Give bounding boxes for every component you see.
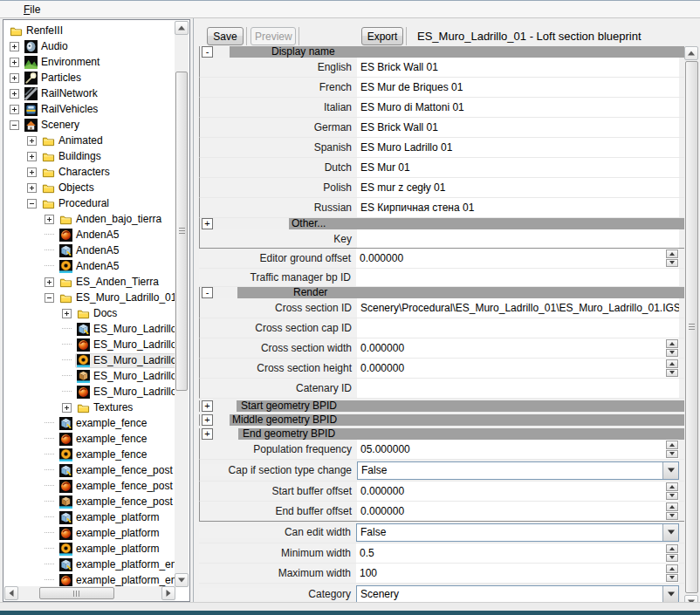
tree-vertical-scrollbar[interactable] xyxy=(175,21,189,587)
property-value-field[interactable] xyxy=(357,379,679,398)
property-value-field[interactable]: Scenery\Procedural\ES_Muro_Ladrillo_01\E… xyxy=(357,298,679,318)
scroll-up-button[interactable] xyxy=(175,21,189,35)
expand-icon[interactable] xyxy=(45,277,54,287)
expand-icon[interactable] xyxy=(27,136,37,146)
tree-item-example-platform-end[interactable]: example_platform_end xyxy=(4,572,175,587)
tree-item-particles[interactable]: Particles xyxy=(4,70,175,85)
scroll-left-button[interactable] xyxy=(4,586,18,600)
spinner-up-button[interactable] xyxy=(666,544,678,553)
spinner-down-button[interactable] xyxy=(666,512,678,521)
tree-hscroll-thumb[interactable] xyxy=(39,587,114,599)
expand-icon[interactable] xyxy=(27,152,37,161)
tree-item-audio[interactable]: Audio xyxy=(4,38,175,54)
collapse-section-button[interactable]: - xyxy=(202,287,213,298)
tree-item-animated[interactable]: Animated xyxy=(4,133,175,148)
tree-item-example-fence[interactable]: example_fence xyxy=(4,431,175,447)
tree-item-procedural[interactable]: Procedural xyxy=(4,195,175,211)
tree-item-es-anden-tierra[interactable]: ES_Anden_Tierra xyxy=(4,274,175,290)
save-button[interactable]: Save xyxy=(207,27,244,45)
property-value-field[interactable] xyxy=(357,229,679,248)
expand-icon[interactable] xyxy=(27,183,37,193)
spinner-up-button[interactable] xyxy=(666,502,678,511)
property-value-field[interactable]: ES Muro Ladrillo 01 xyxy=(357,138,679,157)
tree-item-example-fence-post[interactable]: example_fence_post xyxy=(4,494,175,509)
property-value-field[interactable]: 05.000000 xyxy=(357,440,679,459)
tree-item-es-muro-ladrillo-0[interactable]: ES_Muro_Ladrillo_0 xyxy=(4,352,175,368)
tree-item-objects[interactable]: Objects xyxy=(4,180,175,195)
expand-icon[interactable] xyxy=(10,105,19,114)
tree-item-example-fence[interactable]: example_fence xyxy=(4,447,175,462)
export-button[interactable]: Export xyxy=(361,27,403,45)
property-value-field[interactable]: 0.000000 xyxy=(357,482,679,501)
expand-icon[interactable] xyxy=(10,42,19,51)
property-value-field[interactable]: ES Mur de Briques 01 xyxy=(357,78,679,97)
expand-section-button[interactable]: + xyxy=(202,218,213,229)
expand-icon[interactable] xyxy=(62,403,72,413)
tree-item-es-muro-ladrillo-0[interactable]: ES_Muro_Ladrillo_0 xyxy=(4,337,175,352)
spinner-down-button[interactable] xyxy=(666,349,678,358)
collapse-icon[interactable] xyxy=(45,293,54,303)
tree-horizontal-scrollbar[interactable] xyxy=(4,586,175,600)
spinner-down-button[interactable] xyxy=(666,450,678,459)
tree-item-example-platform[interactable]: example_platform xyxy=(4,541,175,557)
tree-item-example-fence-post[interactable]: example_fence_post xyxy=(4,462,175,478)
expand-icon[interactable] xyxy=(10,58,19,67)
tree-item-anden-bajo-tierra[interactable]: Anden_bajo_tierra xyxy=(4,211,175,227)
expand-section-button[interactable]: + xyxy=(202,414,213,426)
spinner-down-button[interactable] xyxy=(666,259,678,268)
tree-item-docs[interactable]: Docs xyxy=(4,305,175,321)
dropdown-arrow-button[interactable] xyxy=(662,462,678,479)
spinner-down-button[interactable] xyxy=(666,369,678,378)
dropdown-arrow-button[interactable] xyxy=(662,586,678,603)
property-value-field[interactable]: 0.5 xyxy=(356,543,679,563)
tree-item-example-platform[interactable]: example_platform xyxy=(4,525,175,541)
spinner-up-button[interactable] xyxy=(666,441,678,449)
property-value-field[interactable]: ES Muro di Mattoni 01 xyxy=(357,98,679,117)
collapse-icon[interactable] xyxy=(10,120,19,130)
spinner-down-button[interactable] xyxy=(666,554,678,563)
collapse-section-button[interactable]: - xyxy=(202,46,213,58)
tree-item-andena5[interactable]: AndenA5 xyxy=(4,258,175,274)
scroll-up-button[interactable] xyxy=(684,46,698,60)
tree-vscroll-thumb[interactable] xyxy=(175,72,188,391)
spinner-up-button[interactable] xyxy=(666,482,678,491)
spinner-up-button[interactable] xyxy=(666,249,678,258)
spinner-up-button[interactable] xyxy=(666,564,678,573)
expand-icon[interactable] xyxy=(27,167,37,177)
tree-item-andena5[interactable]: AndenA5 xyxy=(4,243,175,258)
properties-vertical-scrollbar[interactable] xyxy=(684,46,699,609)
preview-button[interactable]: Preview xyxy=(250,27,296,45)
spinner-down-button[interactable] xyxy=(666,574,678,583)
property-value-field[interactable]: 100 xyxy=(356,564,679,583)
properties-vscroll-thumb[interactable] xyxy=(685,61,698,593)
tree-item-scenery[interactable]: Scenery xyxy=(4,117,175,133)
tree-item-es-muro-ladrillo-01[interactable]: ES_Muro_Ladrillo_01 xyxy=(4,290,175,305)
tree-item-renfeiii[interactable]: RenfeIII xyxy=(4,23,175,38)
expand-icon[interactable] xyxy=(10,89,19,99)
scroll-down-button[interactable] xyxy=(175,573,189,587)
property-value-field[interactable]: ES Кирпичная стена 01 xyxy=(357,198,679,217)
tree-item-es-muro-ladrillo-0[interactable]: ES_Muro_Ladrillo_0 xyxy=(4,368,175,384)
spinner-up-button[interactable] xyxy=(666,359,678,368)
tree-item-es-muro-ladrillo-0[interactable]: ES_Muro_Ladrillo_0 xyxy=(4,384,175,400)
collapse-icon[interactable] xyxy=(27,199,37,208)
property-value-field[interactable]: ES Mur 01 xyxy=(357,158,679,177)
expand-icon[interactable] xyxy=(10,73,19,83)
property-value-field[interactable]: ES Brick Wall 01 xyxy=(357,58,679,77)
tree-item-example-platform[interactable]: example_platform xyxy=(4,509,175,525)
property-value-dropdown[interactable]: Scenery xyxy=(356,585,679,604)
tree-item-buildings[interactable]: Buildings xyxy=(4,148,175,164)
tree-item-textures[interactable]: Textures xyxy=(4,400,175,415)
dropdown-arrow-button[interactable] xyxy=(662,524,678,541)
expand-section-button[interactable]: + xyxy=(202,400,213,412)
property-value-field[interactable] xyxy=(357,318,679,338)
tree-item-railnetwork[interactable]: RailNetwork xyxy=(4,85,175,101)
property-value-dropdown[interactable]: False xyxy=(356,523,679,542)
expand-icon[interactable] xyxy=(62,309,72,318)
tree-item-es-muro-ladrillo-0[interactable]: ES_Muro_Ladrillo_0 xyxy=(4,321,175,337)
property-value-field[interactable]: 0.000000 xyxy=(357,338,679,358)
property-value-field[interactable]: ES Brick Wall 01 xyxy=(357,118,679,137)
tree-item-environment[interactable]: Environment xyxy=(4,54,175,70)
property-value-dropdown[interactable]: False xyxy=(357,461,679,480)
property-value-field[interactable]: 0.000000 xyxy=(357,502,679,521)
